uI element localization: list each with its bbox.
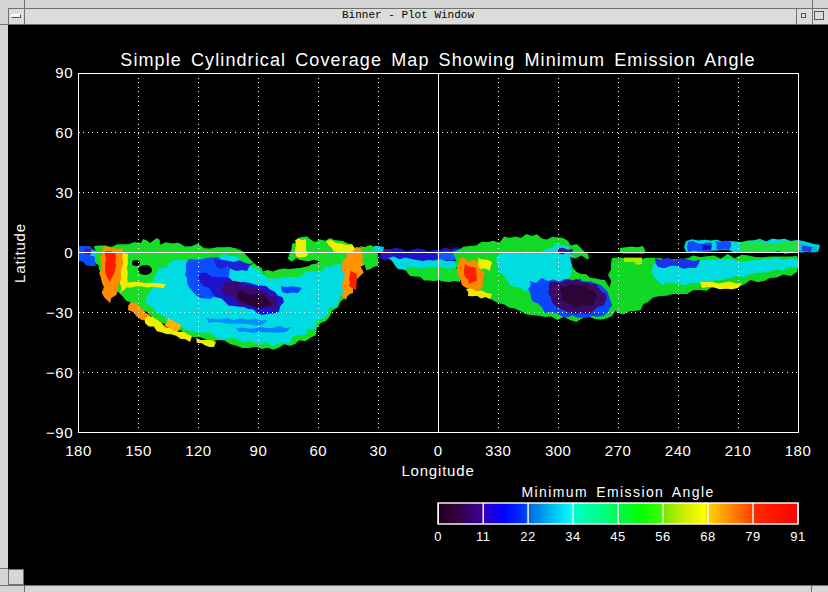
svg-text:Longitude: Longitude bbox=[401, 462, 474, 479]
svg-text:45: 45 bbox=[610, 529, 625, 544]
svg-text:210: 210 bbox=[725, 442, 752, 459]
svg-text:90: 90 bbox=[55, 64, 73, 81]
svg-text:60: 60 bbox=[55, 124, 73, 141]
svg-text:180: 180 bbox=[785, 442, 812, 459]
svg-text:30: 30 bbox=[55, 184, 73, 201]
svg-text:0: 0 bbox=[64, 244, 73, 261]
svg-text:34: 34 bbox=[565, 529, 580, 544]
svg-text:150: 150 bbox=[125, 442, 152, 459]
svg-text:−90: −90 bbox=[46, 424, 73, 441]
svg-text:240: 240 bbox=[665, 442, 692, 459]
svg-text:300: 300 bbox=[545, 442, 572, 459]
svg-text:0: 0 bbox=[434, 529, 442, 544]
svg-text:60: 60 bbox=[309, 442, 327, 459]
svg-text:30: 30 bbox=[369, 442, 387, 459]
svg-text:120: 120 bbox=[185, 442, 212, 459]
svg-text:79: 79 bbox=[745, 529, 760, 544]
svg-text:22: 22 bbox=[520, 529, 535, 544]
svg-text:Simple Cylindrical Coverage Ma: Simple Cylindrical Coverage Map Showing … bbox=[120, 50, 755, 70]
svg-text:56: 56 bbox=[655, 529, 670, 544]
svg-text:−30: −30 bbox=[46, 304, 73, 321]
svg-text:−60: −60 bbox=[46, 364, 73, 381]
svg-text:90: 90 bbox=[250, 442, 268, 459]
svg-text:Minimum Emission Angle: Minimum Emission Angle bbox=[521, 484, 714, 500]
svg-text:11: 11 bbox=[476, 529, 491, 544]
svg-text:0: 0 bbox=[434, 442, 443, 459]
svg-text:Latitude: Latitude bbox=[11, 223, 28, 283]
svg-text:91: 91 bbox=[790, 529, 805, 544]
svg-text:68: 68 bbox=[700, 529, 715, 544]
svg-text:270: 270 bbox=[605, 442, 632, 459]
svg-text:330: 330 bbox=[485, 442, 512, 459]
svg-text:180: 180 bbox=[65, 442, 92, 459]
